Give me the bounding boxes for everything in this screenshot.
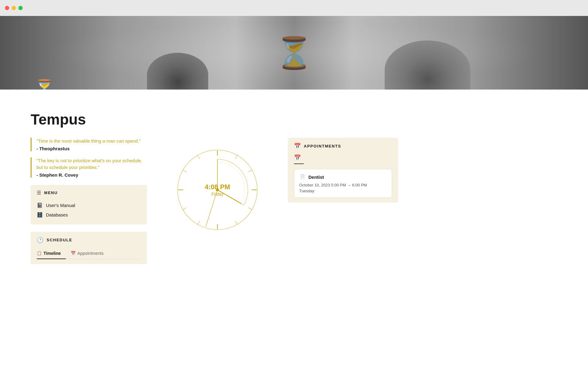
appointments-title: APPOINTMENTS [304, 144, 341, 148]
hero-hourglass: ⏳ [275, 37, 313, 68]
schedule-header: 🕐 SCHEDULE [37, 237, 141, 243]
schedule-section: 🕐 SCHEDULE 📋 Timeline 📅 Appointments [31, 232, 147, 264]
clock-time: 4:08 PM [205, 183, 230, 191]
right-column: 📅 APPOINTMENTS 📅 🦷 Dentist October 10, 2… [288, 138, 398, 203]
schedule-clock-icon: 🕐 [37, 237, 43, 243]
databases-icon: 🗄️ [37, 212, 43, 218]
traffic-light-minimize[interactable] [12, 6, 16, 10]
left-column: "Time is the most valuable thing a man c… [31, 138, 147, 264]
rock-decoration-right [385, 40, 470, 90]
traffic-light-fullscreen[interactable] [18, 6, 23, 10]
svg-line-8 [183, 170, 187, 172]
clock-day: Friday [205, 192, 230, 197]
menu-header: ☰ MENU [37, 190, 141, 196]
svg-line-7 [248, 170, 252, 172]
svg-line-12 [198, 221, 200, 224]
menu-item-users-manual-label: User's Manual [46, 203, 75, 208]
rock-decoration-left [147, 53, 208, 90]
appointments-header: 📅 APPOINTMENTS [294, 143, 392, 149]
browser-chrome [0, 0, 588, 16]
users-manual-icon: 📓 [37, 202, 43, 208]
appt-time: October 10, 2023 5:00 PM → 6:00 PM [299, 183, 387, 187]
tab-timeline-label: Timeline [43, 251, 61, 256]
appt-day: Tuesday [299, 189, 387, 193]
timeline-icon: 📋 [37, 251, 42, 255]
svg-line-11 [235, 221, 237, 224]
page-icon: ⏳ [34, 79, 55, 90]
schedule-title: SCHEDULE [47, 238, 72, 242]
svg-line-10 [183, 208, 187, 210]
quote-text-1: "Time is the most valuable thing a man c… [36, 138, 147, 145]
appt-date: October 10, 2023 [299, 183, 330, 187]
appointments-divider [294, 163, 304, 164]
menu-item-databases[interactable]: 🗄️ Databases [37, 210, 141, 220]
tab-appointments-label: Appointments [77, 251, 104, 256]
schedule-tabs: 📋 Timeline 📅 Appointments [37, 248, 141, 259]
quote-author-1: - Theophrastus [36, 146, 147, 151]
tooth-icon: 🦷 [299, 174, 306, 180]
menu-section: ☰ MENU 📓 User's Manual 🗄️ Databases [31, 185, 147, 224]
menu-item-users-manual[interactable]: 📓 User's Manual [37, 201, 141, 210]
content-grid: "Time is the most valuable thing a man c… [31, 138, 398, 264]
traffic-light-close[interactable] [5, 6, 9, 10]
tab-appointments[interactable]: 📅 Appointments [71, 248, 109, 259]
hero-banner: ⏳ ⏳ [0, 16, 588, 90]
quote-block-2: "The key is not to prioritize what's on … [31, 157, 147, 178]
clock-time-display: 4:08 PM Friday [205, 183, 230, 197]
appointments-calendar-icon: 📅 [294, 143, 301, 149]
appt-arrow: → [347, 183, 351, 187]
appt-title: Dentist [308, 174, 324, 180]
svg-line-6 [198, 155, 200, 159]
center-column: 4:08 PM Friday [159, 138, 276, 236]
menu-title: MENU [44, 190, 58, 195]
quote-text-2: "The key is not to prioritize what's on … [36, 157, 147, 171]
appt-time-start: 5:00 PM [331, 183, 346, 187]
appt-title-row: 🦷 Dentist [299, 174, 387, 180]
appointment-card: 🦷 Dentist October 10, 2023 5:00 PM → 6:0… [294, 169, 392, 198]
clock-container: 4:08 PM Friday [172, 144, 263, 236]
menu-item-databases-label: Databases [46, 212, 68, 217]
page-title: Tempus [31, 111, 398, 128]
quote-author-2: - Stephen R. Covey [36, 172, 147, 178]
appointments-tab-icon: 📅 [71, 251, 76, 255]
quote-block-1: "Time is the most valuable thing a man c… [31, 138, 147, 151]
svg-line-5 [235, 155, 237, 159]
main-content: Tempus "Time is the most valuable thing … [0, 90, 429, 276]
tab-timeline[interactable]: 📋 Timeline [37, 248, 66, 259]
svg-line-9 [248, 208, 252, 210]
calendar-small-icon: 📅 [294, 154, 392, 161]
appt-time-end: 6:00 PM [352, 183, 367, 187]
menu-lines-icon: ☰ [37, 190, 41, 196]
appointments-section: 📅 APPOINTMENTS 📅 🦷 Dentist October 10, 2… [288, 138, 398, 203]
